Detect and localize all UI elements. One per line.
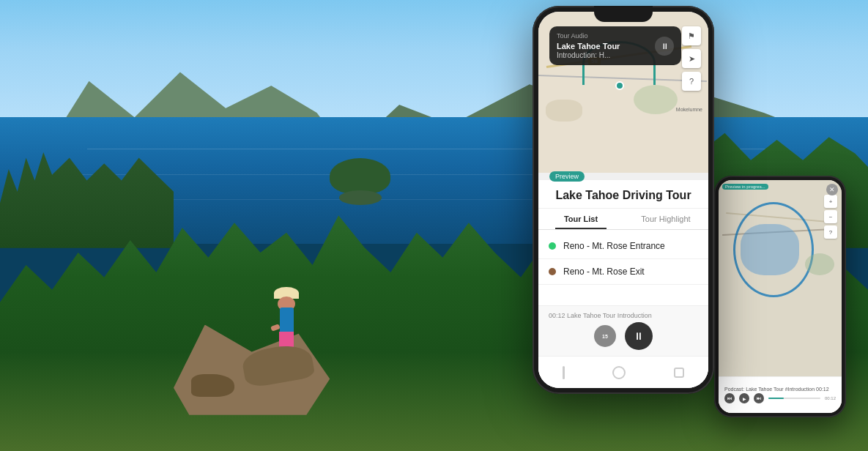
preview-badge: Preview bbox=[549, 171, 585, 182]
navigate-button[interactable]: ➤ bbox=[682, 49, 701, 68]
small-prev-button[interactable]: ⏮ bbox=[724, 393, 735, 403]
nav-bars-icon[interactable] bbox=[563, 366, 565, 379]
audio-track-name: Lake Tahoe Tour Introduction bbox=[567, 312, 652, 319]
rewind-seconds: 15 bbox=[602, 334, 608, 339]
audio-tour-name: Lake Tahoe Tour bbox=[557, 41, 649, 51]
small-progress-fill bbox=[768, 398, 784, 399]
close-icon: ✕ bbox=[829, 186, 835, 193]
small-track-title: Podcast: Lake Tahoe Tour #Introduction 0… bbox=[724, 387, 836, 392]
phone-small-screen: Preview in progres... ✕ + − ? Podcast: L… bbox=[719, 180, 842, 413]
small-zoom-in[interactable]: + bbox=[824, 195, 837, 208]
small-audio-bar: Podcast: Lake Tahoe Tour #Introduction 0… bbox=[719, 376, 842, 413]
bottom-navigation[interactable] bbox=[538, 356, 708, 388]
tour-title: Lake Tahoe Driving Tour bbox=[538, 180, 708, 209]
small-time: 00:12 bbox=[825, 396, 836, 400]
item-label-2: Reno - Mt. Rose Exit bbox=[563, 266, 645, 277]
nav-home-icon[interactable] bbox=[612, 366, 626, 379]
audio-info: Tour Audio Lake Tahoe Tour Introduction:… bbox=[557, 32, 649, 59]
small-water bbox=[741, 224, 799, 275]
phone-small: Preview in progres... ✕ + − ? Podcast: L… bbox=[714, 176, 846, 417]
map-location: Mokelumne bbox=[676, 107, 702, 112]
tab-tour-highlight[interactable]: Tour Highlight bbox=[623, 209, 708, 229]
audio-controls[interactable]: 15 ⏸ bbox=[549, 322, 698, 350]
list-item[interactable]: Reno - Mt. Rose Entrance bbox=[538, 234, 708, 259]
flag-button[interactable]: ⚑ bbox=[682, 26, 701, 45]
small-progress-bar bbox=[768, 398, 820, 399]
audio-pause-button[interactable]: ⏸ bbox=[655, 37, 674, 56]
small-audio-controls[interactable]: ⏮ ▶ ⏭ 00:12 bbox=[724, 393, 836, 403]
small-zoom-out[interactable]: − bbox=[824, 210, 837, 223]
tour-audio-bubble[interactable]: Tour Audio Lake Tahoe Tour Introduction:… bbox=[549, 26, 681, 65]
audio-subtitle: Introduction: H... bbox=[557, 51, 649, 59]
small-map-controls[interactable]: + − ? bbox=[824, 195, 837, 239]
small-next-button[interactable]: ⏭ bbox=[754, 393, 764, 403]
small-play-button[interactable]: ▶ bbox=[739, 393, 749, 403]
tour-info-panel: Lake Tahoe Driving Tour Tour List Tour H… bbox=[538, 180, 708, 388]
audio-player-bar: 00:12 Lake Tahoe Tour Introduction 15 ⏸ bbox=[538, 305, 708, 356]
tour-tabs[interactable]: Tour List Tour Highlight bbox=[538, 209, 708, 230]
list-item[interactable]: Reno - Mt. Rose Exit bbox=[538, 259, 708, 285]
small-help[interactable]: ? bbox=[824, 225, 837, 239]
small-terrain bbox=[805, 253, 834, 275]
nav-apps-icon[interactable] bbox=[674, 368, 684, 378]
pause-play-button[interactable]: ⏸ bbox=[625, 322, 653, 350]
tab-tour-list[interactable]: Tour List bbox=[538, 209, 623, 229]
terrain-patch-2 bbox=[546, 100, 582, 122]
phone-large: 58 Mokelumne Tour Audio Lake Tahoe Tour … bbox=[533, 6, 714, 394]
pause-icon: ⏸ bbox=[661, 42, 669, 51]
rock-small bbox=[191, 374, 234, 397]
audio-label: Tour Audio bbox=[557, 32, 649, 40]
person-silhouette bbox=[269, 284, 303, 351]
tour-list: Reno - Mt. Rose Entrance Reno - Mt. Rose… bbox=[538, 230, 708, 288]
map-controls: ⚑ ➤ ? bbox=[682, 26, 701, 91]
map-marker bbox=[615, 81, 624, 90]
audio-time: 00:12 bbox=[549, 312, 565, 319]
green-dot bbox=[549, 242, 556, 250]
audio-time-track: 00:12 Lake Tahoe Tour Introduction bbox=[549, 312, 698, 319]
emerald-island bbox=[330, 158, 390, 194]
pause-icon-large: ⏸ bbox=[634, 330, 644, 342]
help-button[interactable]: ? bbox=[682, 72, 701, 91]
phone-notch bbox=[594, 6, 653, 22]
terrain-patch bbox=[634, 85, 678, 114]
item-label-1: Reno - Mt. Rose Entrance bbox=[563, 241, 665, 251]
small-preview-badge: Preview in progres... bbox=[722, 184, 768, 190]
phone-screen: 58 Mokelumne Tour Audio Lake Tahoe Tour … bbox=[538, 12, 708, 388]
rewind-button[interactable]: 15 bbox=[594, 325, 616, 347]
brown-dot bbox=[549, 268, 556, 275]
small-close-button[interactable]: ✕ bbox=[826, 184, 838, 195]
